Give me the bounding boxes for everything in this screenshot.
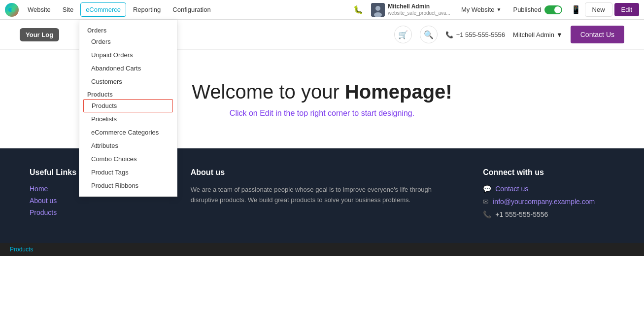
footer-phone: 📞 +1 555-555-5556 [483,210,614,218]
footer-link-products[interactable]: Products [30,209,161,216]
dropdown-customers[interactable]: Customers [79,75,177,88]
phone-icon: 📞 [445,31,453,38]
published-label: Published [513,6,541,13]
footer-contact-us: 💬 Contact us [483,185,614,193]
site-logo: Your Log [20,28,59,41]
nav-ecommerce[interactable]: eCommerce [80,2,126,17]
my-website-button[interactable]: My Website ▼ [456,4,507,15]
dropdown-attributes[interactable]: Attributes [79,139,177,152]
dropdown-unpaid-orders[interactable]: Unpaid Orders [79,48,177,62]
header-actions: 🛒 🔍 📞 +1 555-555-5556 Mitchell Admin ▼ C… [394,26,624,43]
my-website-label: My Website [461,6,495,13]
svg-point-3 [375,6,380,11]
footer-phone-number: +1 555-555-5556 [495,210,548,218]
user-menu-chevron: ▼ [556,31,563,38]
app-logo[interactable] [5,3,19,17]
nav-configuration[interactable]: Configuration [168,3,215,16]
dropdown-products[interactable]: Products [83,99,173,112]
dropdown-product-ribbons[interactable]: Product Ribbons [79,179,177,192]
user-name: Mitchell Admin [388,3,450,10]
user-menu-button[interactable]: Mitchell Admin ▼ [513,31,563,38]
dropdown-pricelists[interactable]: Pricelists [79,112,177,126]
phone-number: +1 555-555-5556 [456,31,505,38]
svg-point-1 [11,8,15,12]
chevron-down-icon: ▼ [497,7,502,12]
footer-link-about[interactable]: About us [30,197,161,205]
dropdown-combo-choices[interactable]: Combo Choices [79,152,177,166]
nav-reporting[interactable]: Reporting [128,3,166,16]
avatar [371,3,385,17]
footer-connect: Connect with us 💬 Contact us ✉ info@your… [483,168,614,223]
cart-icon[interactable]: 🛒 [394,26,412,43]
published-area: Published [508,3,567,16]
user-badge[interactable]: Mitchell Admin website_sale_product_ava.… [367,1,454,19]
chat-icon: 💬 [483,185,491,193]
new-button[interactable]: New [585,2,612,17]
user-info: Mitchell Admin website_sale_product_ava.… [388,3,450,16]
footer-email: ✉ info@yourcompany.example.com [483,198,614,206]
dropdown-abandoned-carts[interactable]: Abandoned Carts [79,62,177,75]
footer-about-heading: About us [191,168,454,177]
top-nav-bar: Website Site eCommerce Reporting Configu… [0,0,644,20]
dropdown-product-tags[interactable]: Product Tags [79,166,177,179]
dropdown-ecommerce-categories[interactable]: eCommerce Categories [79,126,177,139]
phone-area: 📞 +1 555-555-5556 [445,31,505,38]
ecommerce-dropdown: Orders Orders Unpaid Orders Abandoned Ca… [79,20,177,197]
nav-site[interactable]: Site [58,3,78,16]
user-sub: website_sale_product_ava... [388,10,450,16]
products-section-title: Products [79,88,177,99]
contact-us-button[interactable]: Contact Us [571,26,624,43]
email-icon: ✉ [483,198,489,206]
edit-button[interactable]: Edit [614,3,639,16]
phone-footer-icon: 📞 [483,210,491,218]
footer-about-text: We are a team of passionate people whose… [191,185,454,206]
hero-title: Welcome to your Homepage! [192,81,452,103]
orders-section-title: Orders [79,24,177,35]
mobile-icon[interactable]: 📱 [569,3,583,17]
footer-connect-heading: Connect with us [483,168,614,177]
bottom-nav-products[interactable]: Products [10,246,33,253]
footer-email-link[interactable]: info@yourcompany.example.com [493,198,595,206]
footer-about: About us We are a team of passionate peo… [191,168,454,223]
bug-icon[interactable]: 🐛 [351,3,365,17]
hero-subtitle: Click on Edit in the top right corner to… [230,109,414,118]
dropdown-orders[interactable]: Orders [79,35,177,48]
search-icon[interactable]: 🔍 [420,26,438,43]
published-toggle[interactable] [544,5,562,14]
footer-contact-link[interactable]: Contact us [495,185,528,193]
logo-circle [5,3,19,17]
bottom-nav: Products [0,243,644,256]
user-menu-label: Mitchell Admin [513,31,554,38]
nav-website[interactable]: Website [23,3,56,16]
